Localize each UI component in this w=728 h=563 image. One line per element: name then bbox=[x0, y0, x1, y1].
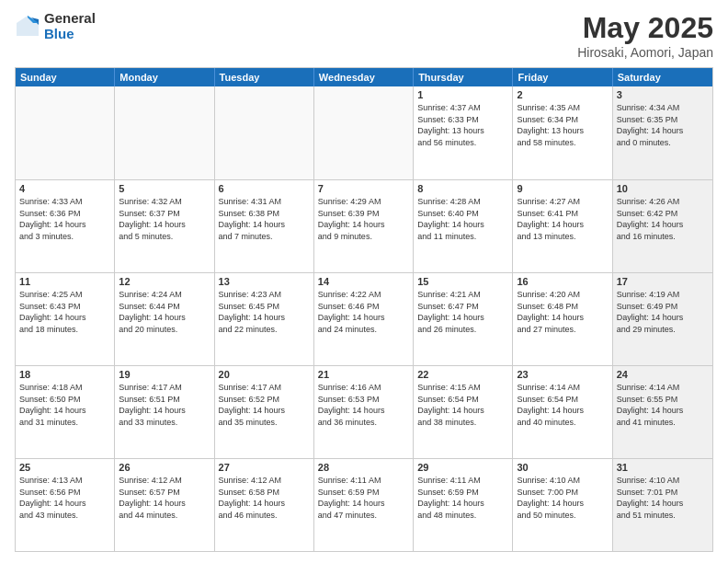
day-number: 13 bbox=[219, 276, 310, 287]
cell-info: Sunrise: 4:21 AM Sunset: 6:47 PM Dayligh… bbox=[417, 289, 508, 335]
cell-info: Sunrise: 4:23 AM Sunset: 6:45 PM Dayligh… bbox=[219, 289, 310, 335]
calendar-cell-24: 24Sunrise: 4:14 AM Sunset: 6:55 PM Dayli… bbox=[613, 366, 712, 458]
weekday-header-thursday: Thursday bbox=[414, 68, 513, 86]
day-number: 20 bbox=[219, 369, 310, 380]
calendar-cell-13: 13Sunrise: 4:23 AM Sunset: 6:45 PM Dayli… bbox=[215, 273, 314, 365]
calendar-cell-16: 16Sunrise: 4:20 AM Sunset: 6:48 PM Dayli… bbox=[513, 273, 612, 365]
calendar-cell-19: 19Sunrise: 4:17 AM Sunset: 6:51 PM Dayli… bbox=[115, 366, 214, 458]
cell-info: Sunrise: 4:29 AM Sunset: 6:39 PM Dayligh… bbox=[318, 196, 409, 242]
day-number: 12 bbox=[119, 276, 210, 287]
day-number: 6 bbox=[219, 183, 310, 194]
calendar-cell-26: 26Sunrise: 4:12 AM Sunset: 6:57 PM Dayli… bbox=[115, 459, 214, 551]
calendar-cell-9: 9Sunrise: 4:27 AM Sunset: 6:41 PM Daylig… bbox=[513, 180, 612, 272]
calendar-row-1: 4Sunrise: 4:33 AM Sunset: 6:36 PM Daylig… bbox=[16, 179, 712, 272]
cell-info: Sunrise: 4:32 AM Sunset: 6:37 PM Dayligh… bbox=[119, 196, 210, 242]
logo-general: General bbox=[44, 11, 96, 27]
calendar: SundayMondayTuesdayWednesdayThursdayFrid… bbox=[15, 67, 713, 552]
calendar-cell-20: 20Sunrise: 4:17 AM Sunset: 6:52 PM Dayli… bbox=[215, 366, 314, 458]
calendar-cell-empty-0-3 bbox=[314, 86, 414, 179]
cell-info: Sunrise: 4:31 AM Sunset: 6:38 PM Dayligh… bbox=[219, 196, 310, 242]
cell-info: Sunrise: 4:12 AM Sunset: 6:57 PM Dayligh… bbox=[119, 475, 210, 521]
cell-info: Sunrise: 4:14 AM Sunset: 6:54 PM Dayligh… bbox=[517, 382, 608, 428]
calendar-cell-empty-0-0 bbox=[16, 86, 115, 179]
calendar-cell-15: 15Sunrise: 4:21 AM Sunset: 6:47 PM Dayli… bbox=[414, 273, 513, 365]
day-number: 16 bbox=[517, 276, 608, 287]
calendar-row-4: 25Sunrise: 4:13 AM Sunset: 6:56 PM Dayli… bbox=[16, 458, 712, 551]
calendar-cell-empty-0-1 bbox=[115, 86, 214, 179]
day-number: 24 bbox=[617, 369, 709, 380]
calendar-row-0: 1Sunrise: 4:37 AM Sunset: 6:33 PM Daylig… bbox=[16, 86, 712, 179]
calendar-cell-23: 23Sunrise: 4:14 AM Sunset: 6:54 PM Dayli… bbox=[513, 366, 612, 458]
calendar-body: 1Sunrise: 4:37 AM Sunset: 6:33 PM Daylig… bbox=[16, 86, 712, 551]
day-number: 15 bbox=[417, 276, 508, 287]
calendar-cell-29: 29Sunrise: 4:11 AM Sunset: 6:59 PM Dayli… bbox=[414, 459, 513, 551]
calendar-row-2: 11Sunrise: 4:25 AM Sunset: 6:43 PM Dayli… bbox=[16, 272, 712, 365]
calendar-cell-10: 10Sunrise: 4:26 AM Sunset: 6:42 PM Dayli… bbox=[613, 180, 712, 272]
calendar-cell-3: 3Sunrise: 4:34 AM Sunset: 6:35 PM Daylig… bbox=[613, 86, 712, 179]
logo: General Blue bbox=[15, 11, 96, 41]
calendar-cell-2: 2Sunrise: 4:35 AM Sunset: 6:34 PM Daylig… bbox=[513, 86, 612, 179]
calendar-cell-4: 4Sunrise: 4:33 AM Sunset: 6:36 PM Daylig… bbox=[16, 180, 115, 272]
cell-info: Sunrise: 4:26 AM Sunset: 6:42 PM Dayligh… bbox=[617, 196, 709, 242]
cell-info: Sunrise: 4:34 AM Sunset: 6:35 PM Dayligh… bbox=[617, 102, 709, 148]
title-location: Hirosaki, Aomori, Japan bbox=[577, 45, 713, 60]
cell-info: Sunrise: 4:15 AM Sunset: 6:54 PM Dayligh… bbox=[417, 382, 508, 428]
calendar-cell-8: 8Sunrise: 4:28 AM Sunset: 6:40 PM Daylig… bbox=[414, 180, 513, 272]
day-number: 4 bbox=[19, 183, 110, 194]
calendar-cell-27: 27Sunrise: 4:12 AM Sunset: 6:58 PM Dayli… bbox=[215, 459, 314, 551]
calendar-cell-17: 17Sunrise: 4:19 AM Sunset: 6:49 PM Dayli… bbox=[613, 273, 712, 365]
cell-info: Sunrise: 4:27 AM Sunset: 6:41 PM Dayligh… bbox=[517, 196, 608, 242]
cell-info: Sunrise: 4:22 AM Sunset: 6:46 PM Dayligh… bbox=[318, 289, 409, 335]
day-number: 8 bbox=[417, 183, 508, 194]
day-number: 7 bbox=[318, 183, 409, 194]
calendar-cell-30: 30Sunrise: 4:10 AM Sunset: 7:00 PM Dayli… bbox=[513, 459, 612, 551]
day-number: 22 bbox=[417, 369, 508, 380]
day-number: 30 bbox=[517, 462, 608, 473]
day-number: 10 bbox=[617, 183, 709, 194]
title-month: May 2025 bbox=[577, 11, 713, 45]
day-number: 19 bbox=[119, 369, 210, 380]
cell-info: Sunrise: 4:17 AM Sunset: 6:52 PM Dayligh… bbox=[219, 382, 310, 428]
cell-info: Sunrise: 4:10 AM Sunset: 7:00 PM Dayligh… bbox=[517, 475, 608, 521]
calendar-cell-25: 25Sunrise: 4:13 AM Sunset: 6:56 PM Dayli… bbox=[16, 459, 115, 551]
day-number: 3 bbox=[617, 89, 709, 100]
calendar-cell-28: 28Sunrise: 4:11 AM Sunset: 6:59 PM Dayli… bbox=[314, 459, 414, 551]
day-number: 26 bbox=[119, 462, 210, 473]
calendar-cell-12: 12Sunrise: 4:24 AM Sunset: 6:44 PM Dayli… bbox=[115, 273, 214, 365]
day-number: 11 bbox=[19, 276, 110, 287]
cell-info: Sunrise: 4:11 AM Sunset: 6:59 PM Dayligh… bbox=[318, 475, 409, 521]
cell-info: Sunrise: 4:12 AM Sunset: 6:58 PM Dayligh… bbox=[219, 475, 310, 521]
cell-info: Sunrise: 4:33 AM Sunset: 6:36 PM Dayligh… bbox=[19, 196, 110, 242]
calendar-cell-31: 31Sunrise: 4:10 AM Sunset: 7:01 PM Dayli… bbox=[613, 459, 712, 551]
weekday-header-saturday: Saturday bbox=[613, 68, 712, 86]
calendar-cell-1: 1Sunrise: 4:37 AM Sunset: 6:33 PM Daylig… bbox=[414, 86, 513, 179]
day-number: 23 bbox=[517, 369, 608, 380]
calendar-cell-7: 7Sunrise: 4:29 AM Sunset: 6:39 PM Daylig… bbox=[314, 180, 414, 272]
calendar-cell-5: 5Sunrise: 4:32 AM Sunset: 6:37 PM Daylig… bbox=[115, 180, 214, 272]
calendar-cell-14: 14Sunrise: 4:22 AM Sunset: 6:46 PM Dayli… bbox=[314, 273, 414, 365]
day-number: 29 bbox=[417, 462, 508, 473]
weekday-header-tuesday: Tuesday bbox=[215, 68, 314, 86]
weekday-header-sunday: Sunday bbox=[16, 68, 115, 86]
cell-info: Sunrise: 4:24 AM Sunset: 6:44 PM Dayligh… bbox=[119, 289, 210, 335]
calendar-row-3: 18Sunrise: 4:18 AM Sunset: 6:50 PM Dayli… bbox=[16, 365, 712, 458]
calendar-cell-11: 11Sunrise: 4:25 AM Sunset: 6:43 PM Dayli… bbox=[16, 273, 115, 365]
day-number: 14 bbox=[318, 276, 409, 287]
cell-info: Sunrise: 4:35 AM Sunset: 6:34 PM Dayligh… bbox=[517, 102, 608, 148]
day-number: 9 bbox=[517, 183, 608, 194]
weekday-header-monday: Monday bbox=[115, 68, 214, 86]
cell-info: Sunrise: 4:37 AM Sunset: 6:33 PM Dayligh… bbox=[417, 102, 508, 148]
cell-info: Sunrise: 4:25 AM Sunset: 6:43 PM Dayligh… bbox=[19, 289, 110, 335]
day-number: 18 bbox=[19, 369, 110, 380]
logo-icon bbox=[15, 14, 40, 40]
day-number: 28 bbox=[318, 462, 409, 473]
calendar-cell-6: 6Sunrise: 4:31 AM Sunset: 6:38 PM Daylig… bbox=[215, 180, 314, 272]
day-number: 2 bbox=[517, 89, 608, 100]
title-block: May 2025 Hirosaki, Aomori, Japan bbox=[577, 11, 713, 60]
calendar-cell-21: 21Sunrise: 4:16 AM Sunset: 6:53 PM Dayli… bbox=[314, 366, 414, 458]
cell-info: Sunrise: 4:20 AM Sunset: 6:48 PM Dayligh… bbox=[517, 289, 608, 335]
cell-info: Sunrise: 4:19 AM Sunset: 6:49 PM Dayligh… bbox=[617, 289, 709, 335]
cell-info: Sunrise: 4:28 AM Sunset: 6:40 PM Dayligh… bbox=[417, 196, 508, 242]
calendar-header: SundayMondayTuesdayWednesdayThursdayFrid… bbox=[16, 68, 712, 86]
day-number: 27 bbox=[219, 462, 310, 473]
